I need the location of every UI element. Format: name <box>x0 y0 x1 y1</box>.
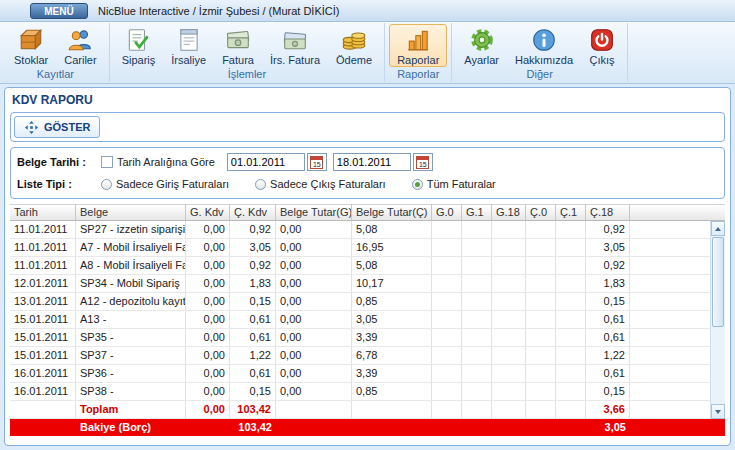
balance-cell <box>352 419 432 436</box>
table-row[interactable]: 16.01.2011SP38 -0,000,150,000,850,15 <box>10 383 710 401</box>
table-cell <box>630 401 710 418</box>
table-row[interactable]: 15.01.2011A13 -0,000,610,003,050,61 <box>10 311 710 329</box>
table-row[interactable]: 13.01.2011A12 - depozitolu kayıt0,000,15… <box>10 293 710 311</box>
table-cell <box>556 311 586 328</box>
power-icon <box>589 27 615 53</box>
table-row[interactable]: 16.01.2011SP36 -0,000,610,003,390,61 <box>10 365 710 383</box>
table-row[interactable]: 11.01.2011A8 - Mobil İrsaliyeli Fatura0,… <box>10 257 710 275</box>
list-type-option[interactable]: Sadece Çıkış Faturaları <box>255 178 386 190</box>
scrollbar-track[interactable] <box>711 236 725 404</box>
balance-cell <box>432 419 462 436</box>
toolbar-button-waybill[interactable]: İrsaliye <box>163 24 214 67</box>
total-row[interactable]: Toplam0,00103,423,66 <box>10 401 710 419</box>
table-cell <box>492 293 526 310</box>
table-cell: 0,00 <box>186 221 230 238</box>
table-cell <box>526 365 556 382</box>
table-cell: A7 - Mobil İrsaliyeli Fatura <box>76 239 186 256</box>
table-row[interactable]: 15.01.2011SP35 -0,000,610,003,390,61 <box>10 329 710 347</box>
table-cell <box>630 257 710 274</box>
radio-button-icon[interactable] <box>101 179 112 190</box>
table-cell <box>526 275 556 292</box>
show-button[interactable]: GÖSTER <box>14 116 100 138</box>
column-header[interactable]: Ç.1 <box>556 204 586 221</box>
table-cell <box>556 383 586 400</box>
radio-button-icon[interactable] <box>255 179 266 190</box>
toolbar-button-invoice[interactable]: Fatura <box>214 24 262 67</box>
date-from-input[interactable] <box>227 153 305 171</box>
table-cell <box>492 329 526 346</box>
toolbar-group-label: Diğer <box>456 67 623 82</box>
scroll-down-button[interactable] <box>711 404 725 419</box>
column-header[interactable]: G.18 <box>492 204 526 221</box>
date-range-checkbox-label: Tarih Aralığına Göre <box>117 156 215 168</box>
balance-cell: Bakiye (Borç) <box>76 419 186 436</box>
table-cell: 16,95 <box>352 239 432 256</box>
page-title: KDV RAPORU <box>10 91 725 112</box>
toolbar-button-box[interactable]: Stoklar <box>6 24 56 67</box>
radio-button-icon[interactable] <box>412 179 423 190</box>
column-header[interactable]: Belge Tutar(G) <box>276 204 352 221</box>
scroll-up-button[interactable] <box>711 221 725 236</box>
radio-label: Sadece Giriş Faturaları <box>116 178 229 190</box>
toolbar-button-order[interactable]: Sipariş <box>114 24 164 67</box>
table-cell: 6,78 <box>352 347 432 364</box>
table-cell: 0,15 <box>230 293 276 310</box>
balance-cell <box>556 419 586 436</box>
column-header[interactable]: Belge Tutar(Ç) <box>352 204 432 221</box>
table-cell: SP38 - <box>76 383 186 400</box>
table-cell: 12.01.2011 <box>10 275 76 292</box>
vertical-scrollbar[interactable] <box>710 221 725 419</box>
toolbar-button-label: Çıkış <box>590 54 615 66</box>
table-row[interactable]: 11.01.2011SP27 - izzetin siparişi0,000,9… <box>10 221 710 239</box>
toolbar-button-chart[interactable]: Raporlar <box>389 24 447 67</box>
toolbar-button-info[interactable]: Hakkımızda <box>507 24 581 67</box>
toolbar-button-payment[interactable]: Ödeme <box>328 24 380 67</box>
list-type-row: Liste Tipi : Sadece Giriş FaturalarıSade… <box>17 173 718 195</box>
column-header[interactable]: Tarih <box>10 204 76 221</box>
waybill-icon <box>176 27 202 53</box>
table-cell: 0,85 <box>352 293 432 310</box>
toolbar-group: SiparişİrsaliyeFaturaİrs. FaturaÖdemeİşl… <box>110 23 385 82</box>
box-icon <box>18 27 44 53</box>
table-cell <box>556 257 586 274</box>
list-type-option[interactable]: Sadece Giriş Faturaları <box>101 178 229 190</box>
toolbar-button-people[interactable]: Cariler <box>56 24 104 67</box>
table-cell <box>462 221 492 238</box>
toolbar-button-label: İrs. Fatura <box>270 54 320 66</box>
date-range-checkbox[interactable] <box>101 156 113 168</box>
column-header[interactable]: Ç.18 <box>586 204 630 221</box>
list-type-option[interactable]: Tüm Faturalar <box>412 178 496 190</box>
column-header[interactable]: Ç. Kdv <box>230 204 276 221</box>
toolbar-button-irs-invoice[interactable]: İrs. Fatura <box>262 24 328 67</box>
column-header[interactable]: Belge <box>76 204 186 221</box>
people-icon <box>67 27 93 53</box>
table-cell: A12 - depozitolu kayıt <box>76 293 186 310</box>
column-header[interactable]: G.1 <box>462 204 492 221</box>
scrollbar-thumb[interactable] <box>712 237 724 327</box>
calendar-to-button[interactable]: 15 <box>413 153 433 171</box>
table-cell <box>432 311 462 328</box>
table-cell <box>462 311 492 328</box>
toolbar-group: AyarlarHakkımızdaÇıkışDiğer <box>452 23 628 82</box>
column-header[interactable]: Ç.0 <box>526 204 556 221</box>
table-cell <box>462 365 492 382</box>
table-cell: 15.01.2011 <box>10 347 76 364</box>
table-cell: 0,61 <box>230 365 276 382</box>
toolbar-button-label: Ayarlar <box>464 54 499 66</box>
toolbar-button-gear[interactable]: Ayarlar <box>456 24 507 67</box>
table-cell <box>462 347 492 364</box>
column-header[interactable]: G.0 <box>432 204 462 221</box>
column-header[interactable]: G. Kdv <box>186 204 230 221</box>
table-row[interactable]: 15.01.2011SP37 -0,001,220,006,781,22 <box>10 347 710 365</box>
filter-panel: Belge Tarihi : Tarih Aralığına Göre 15 1… <box>10 147 725 199</box>
calendar-from-button[interactable]: 15 <box>307 153 327 171</box>
table-row[interactable]: 11.01.2011A7 - Mobil İrsaliyeli Fatura0,… <box>10 239 710 257</box>
menu-button[interactable]: MENÜ <box>30 3 88 19</box>
date-to-input[interactable] <box>333 153 411 171</box>
table-row[interactable]: 12.01.2011SP34 - Mobil Sipariş0,001,830,… <box>10 275 710 293</box>
toolbar: StoklarCarilerKayıtlarSiparişİrsaliyeFat… <box>0 22 735 84</box>
toolbar-button-power[interactable]: Çıkış <box>581 24 623 67</box>
payment-icon <box>341 27 367 53</box>
toolbar-group: StoklarCarilerKayıtlar <box>2 23 110 82</box>
toolbar-group-label: Raporlar <box>389 67 447 82</box>
